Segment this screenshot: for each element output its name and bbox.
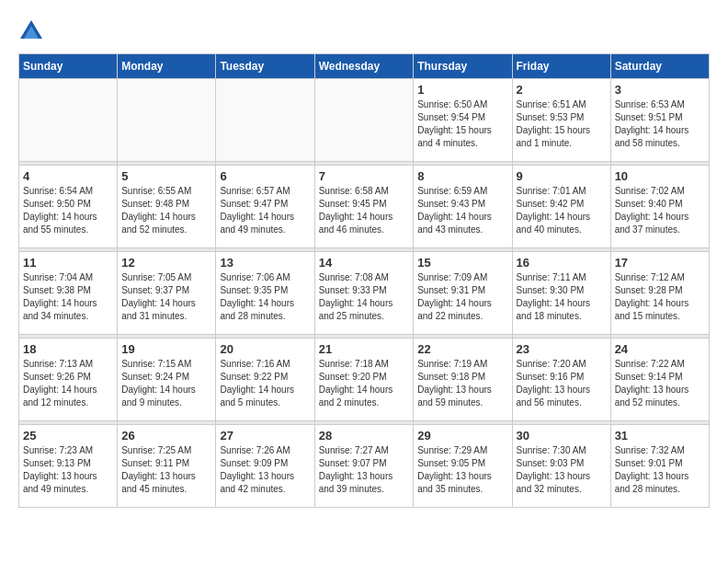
day-number: 1 bbox=[417, 83, 507, 97]
day-info: Sunrise: 7:25 AM Sunset: 9:11 PM Dayligh… bbox=[121, 444, 211, 496]
day-info: Sunrise: 7:06 AM Sunset: 9:35 PM Dayligh… bbox=[220, 271, 310, 323]
day-info: Sunrise: 7:27 AM Sunset: 9:07 PM Dayligh… bbox=[319, 444, 410, 496]
day-info: Sunrise: 6:54 AM Sunset: 9:50 PM Dayligh… bbox=[23, 185, 113, 236]
calendar-day-cell: 16Sunrise: 7:11 AM Sunset: 9:30 PM Dayli… bbox=[512, 252, 610, 335]
weekday-header-row: SundayMondayTuesdayWednesdayThursdayFrid… bbox=[19, 54, 710, 79]
calendar-day-cell: 22Sunrise: 7:19 AM Sunset: 9:18 PM Dayli… bbox=[414, 339, 512, 421]
day-info: Sunrise: 7:02 AM Sunset: 9:40 PM Dayligh… bbox=[615, 185, 705, 236]
calendar-day-cell: 29Sunrise: 7:29 AM Sunset: 9:05 PM Dayli… bbox=[414, 425, 512, 508]
calendar-day-cell: 21Sunrise: 7:18 AM Sunset: 9:20 PM Dayli… bbox=[314, 339, 414, 421]
logo-icon bbox=[18, 18, 44, 44]
day-number: 27 bbox=[220, 429, 310, 442]
day-number: 10 bbox=[615, 169, 705, 183]
day-number: 7 bbox=[319, 169, 410, 183]
calendar-table: SundayMondayTuesdayWednesdayThursdayFrid… bbox=[18, 53, 710, 508]
day-number: 29 bbox=[417, 429, 507, 442]
day-info: Sunrise: 6:57 AM Sunset: 9:47 PM Dayligh… bbox=[220, 185, 310, 236]
calendar-day-cell: 2Sunrise: 6:51 AM Sunset: 9:53 PM Daylig… bbox=[512, 79, 610, 162]
day-number: 5 bbox=[121, 169, 211, 183]
day-info: Sunrise: 6:55 AM Sunset: 9:48 PM Dayligh… bbox=[121, 185, 211, 236]
day-info: Sunrise: 7:09 AM Sunset: 9:31 PM Dayligh… bbox=[417, 271, 507, 323]
calendar-day-cell: 8Sunrise: 6:59 AM Sunset: 9:43 PM Daylig… bbox=[414, 166, 512, 248]
calendar-week-row: 4Sunrise: 6:54 AM Sunset: 9:50 PM Daylig… bbox=[19, 166, 710, 248]
calendar-day-cell: 1Sunrise: 6:50 AM Sunset: 9:54 PM Daylig… bbox=[414, 79, 512, 162]
day-number: 3 bbox=[615, 83, 705, 97]
day-info: Sunrise: 7:15 AM Sunset: 9:24 PM Dayligh… bbox=[121, 358, 211, 409]
calendar-week-row: 18Sunrise: 7:13 AM Sunset: 9:26 PM Dayli… bbox=[19, 339, 710, 421]
calendar-day-cell: 18Sunrise: 7:13 AM Sunset: 9:26 PM Dayli… bbox=[19, 339, 118, 421]
day-number: 25 bbox=[23, 429, 113, 442]
weekday-header-cell: Monday bbox=[118, 54, 216, 79]
day-number: 16 bbox=[517, 256, 607, 270]
calendar-day-cell: 20Sunrise: 7:16 AM Sunset: 9:22 PM Dayli… bbox=[216, 339, 314, 421]
day-info: Sunrise: 7:13 AM Sunset: 9:26 PM Dayligh… bbox=[23, 358, 113, 409]
weekday-header-cell: Saturday bbox=[610, 54, 709, 79]
calendar-day-cell: 4Sunrise: 6:54 AM Sunset: 9:50 PM Daylig… bbox=[19, 166, 118, 248]
day-number: 30 bbox=[517, 429, 607, 442]
day-number: 21 bbox=[319, 342, 410, 356]
calendar-day-cell: 14Sunrise: 7:08 AM Sunset: 9:33 PM Dayli… bbox=[314, 252, 414, 335]
day-number: 2 bbox=[517, 83, 607, 97]
calendar-day-cell: 17Sunrise: 7:12 AM Sunset: 9:28 PM Dayli… bbox=[610, 252, 709, 335]
weekday-header-cell: Sunday bbox=[19, 54, 118, 79]
weekday-header-cell: Friday bbox=[512, 54, 610, 79]
day-number: 4 bbox=[23, 169, 113, 183]
day-info: Sunrise: 6:53 AM Sunset: 9:51 PM Dayligh… bbox=[615, 98, 705, 150]
calendar-day-cell: 9Sunrise: 7:01 AM Sunset: 9:42 PM Daylig… bbox=[512, 166, 610, 248]
day-info: Sunrise: 6:59 AM Sunset: 9:43 PM Dayligh… bbox=[417, 185, 507, 236]
calendar-day-cell: 10Sunrise: 7:02 AM Sunset: 9:40 PM Dayli… bbox=[610, 166, 709, 248]
weekday-header-cell: Wednesday bbox=[314, 54, 414, 79]
logo bbox=[18, 18, 46, 44]
day-number: 26 bbox=[121, 429, 211, 442]
calendar-day-cell: 27Sunrise: 7:26 AM Sunset: 9:09 PM Dayli… bbox=[216, 425, 314, 508]
calendar-day-cell bbox=[216, 79, 314, 162]
page-header bbox=[18, 18, 710, 44]
calendar-day-cell: 24Sunrise: 7:22 AM Sunset: 9:14 PM Dayli… bbox=[610, 339, 709, 421]
day-info: Sunrise: 7:20 AM Sunset: 9:16 PM Dayligh… bbox=[517, 358, 607, 409]
calendar-day-cell: 31Sunrise: 7:32 AM Sunset: 9:01 PM Dayli… bbox=[610, 425, 709, 508]
calendar-day-cell: 26Sunrise: 7:25 AM Sunset: 9:11 PM Dayli… bbox=[118, 425, 216, 508]
day-number: 18 bbox=[23, 342, 113, 356]
calendar-day-cell: 23Sunrise: 7:20 AM Sunset: 9:16 PM Dayli… bbox=[512, 339, 610, 421]
day-info: Sunrise: 7:05 AM Sunset: 9:37 PM Dayligh… bbox=[121, 271, 211, 323]
day-info: Sunrise: 7:26 AM Sunset: 9:09 PM Dayligh… bbox=[220, 444, 310, 496]
calendar-day-cell: 15Sunrise: 7:09 AM Sunset: 9:31 PM Dayli… bbox=[414, 252, 512, 335]
calendar-day-cell: 3Sunrise: 6:53 AM Sunset: 9:51 PM Daylig… bbox=[610, 79, 709, 162]
day-number: 12 bbox=[121, 256, 211, 270]
day-info: Sunrise: 7:01 AM Sunset: 9:42 PM Dayligh… bbox=[517, 185, 607, 236]
day-number: 6 bbox=[220, 169, 310, 183]
calendar-day-cell bbox=[118, 79, 216, 162]
day-info: Sunrise: 7:29 AM Sunset: 9:05 PM Dayligh… bbox=[417, 444, 507, 496]
calendar-day-cell: 25Sunrise: 7:23 AM Sunset: 9:13 PM Dayli… bbox=[19, 425, 118, 508]
calendar-day-cell: 13Sunrise: 7:06 AM Sunset: 9:35 PM Dayli… bbox=[216, 252, 314, 335]
day-info: Sunrise: 7:30 AM Sunset: 9:03 PM Dayligh… bbox=[517, 444, 607, 496]
day-number: 11 bbox=[23, 256, 113, 270]
calendar-day-cell bbox=[19, 79, 118, 162]
day-number: 19 bbox=[121, 342, 211, 356]
day-info: Sunrise: 7:18 AM Sunset: 9:20 PM Dayligh… bbox=[319, 358, 410, 409]
calendar-day-cell: 5Sunrise: 6:55 AM Sunset: 9:48 PM Daylig… bbox=[118, 166, 216, 248]
day-info: Sunrise: 7:19 AM Sunset: 9:18 PM Dayligh… bbox=[417, 358, 507, 409]
day-number: 14 bbox=[319, 256, 410, 270]
day-number: 13 bbox=[220, 256, 310, 270]
weekday-header-cell: Thursday bbox=[414, 54, 512, 79]
day-number: 20 bbox=[220, 342, 310, 356]
calendar-day-cell: 28Sunrise: 7:27 AM Sunset: 9:07 PM Dayli… bbox=[314, 425, 414, 508]
day-info: Sunrise: 7:12 AM Sunset: 9:28 PM Dayligh… bbox=[615, 271, 705, 323]
day-number: 8 bbox=[417, 169, 507, 183]
calendar-day-cell: 12Sunrise: 7:05 AM Sunset: 9:37 PM Dayli… bbox=[118, 252, 216, 335]
day-info: Sunrise: 7:11 AM Sunset: 9:30 PM Dayligh… bbox=[517, 271, 607, 323]
day-info: Sunrise: 7:04 AM Sunset: 9:38 PM Dayligh… bbox=[23, 271, 113, 323]
weekday-header-cell: Tuesday bbox=[216, 54, 314, 79]
calendar-day-cell bbox=[314, 79, 414, 162]
calendar-day-cell: 11Sunrise: 7:04 AM Sunset: 9:38 PM Dayli… bbox=[19, 252, 118, 335]
day-info: Sunrise: 6:58 AM Sunset: 9:45 PM Dayligh… bbox=[319, 185, 410, 236]
calendar-week-row: 25Sunrise: 7:23 AM Sunset: 9:13 PM Dayli… bbox=[19, 425, 710, 508]
calendar-week-row: 1Sunrise: 6:50 AM Sunset: 9:54 PM Daylig… bbox=[19, 79, 710, 162]
calendar-day-cell: 30Sunrise: 7:30 AM Sunset: 9:03 PM Dayli… bbox=[512, 425, 610, 508]
day-number: 15 bbox=[417, 256, 507, 270]
day-number: 24 bbox=[615, 342, 705, 356]
day-info: Sunrise: 7:16 AM Sunset: 9:22 PM Dayligh… bbox=[220, 358, 310, 409]
day-info: Sunrise: 7:32 AM Sunset: 9:01 PM Dayligh… bbox=[615, 444, 705, 496]
day-number: 22 bbox=[417, 342, 507, 356]
